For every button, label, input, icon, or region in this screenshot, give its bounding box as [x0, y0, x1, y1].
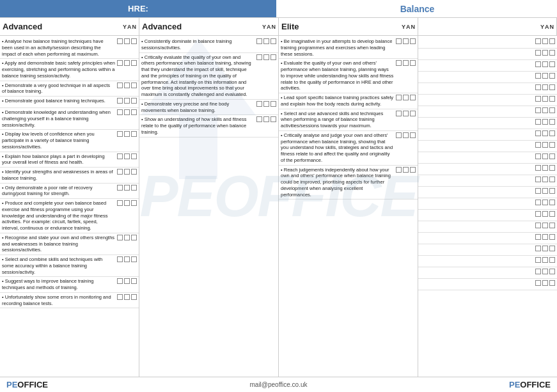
checkbox-box[interactable] [263, 38, 269, 44]
checkbox-box[interactable] [542, 257, 548, 263]
checkbox-box[interactable] [549, 246, 555, 251]
checkbox-box[interactable] [124, 185, 130, 191]
checkbox-box[interactable] [535, 280, 541, 286]
yan-boxes[interactable] [117, 82, 137, 88]
yan-boxes[interactable] [535, 280, 555, 286]
checkbox-box[interactable] [549, 38, 555, 44]
yan-boxes[interactable] [256, 116, 276, 122]
checkbox-box[interactable] [124, 256, 130, 262]
checkbox-box[interactable] [542, 50, 548, 56]
yan-boxes[interactable] [535, 96, 555, 102]
checkbox-box[interactable] [131, 60, 137, 66]
yan-boxes[interactable] [396, 60, 416, 66]
checkbox-box[interactable] [396, 167, 402, 173]
checkbox-box[interactable] [535, 107, 541, 113]
checkbox-box[interactable] [542, 61, 548, 67]
checkbox-box[interactable] [124, 235, 130, 240]
checkbox-box[interactable] [117, 60, 123, 66]
checkbox-box[interactable] [263, 101, 269, 107]
checkbox-box[interactable] [256, 101, 262, 107]
checkbox-box[interactable] [256, 38, 262, 44]
checkbox-box[interactable] [117, 278, 123, 284]
checkbox-box[interactable] [535, 269, 541, 274]
checkbox-box[interactable] [263, 54, 269, 60]
yan-boxes[interactable] [535, 246, 555, 251]
checkbox-box[interactable] [535, 84, 541, 90]
checkbox-box[interactable] [549, 142, 555, 148]
checkbox-box[interactable] [131, 98, 137, 104]
checkbox-box[interactable] [542, 269, 548, 274]
checkbox-box[interactable] [271, 116, 276, 122]
yan-boxes[interactable] [256, 101, 276, 107]
yan-boxes[interactable] [535, 38, 555, 44]
yan-boxes[interactable] [396, 111, 416, 116]
checkbox-box[interactable] [542, 176, 548, 182]
checkbox-box[interactable] [549, 188, 555, 194]
checkbox-box[interactable] [549, 269, 555, 274]
checkbox-box[interactable] [535, 142, 541, 148]
checkbox-box[interactable] [410, 132, 416, 138]
checkbox-box[interactable] [124, 169, 130, 175]
yan-boxes[interactable] [117, 200, 137, 206]
checkbox-box[interactable] [124, 82, 130, 88]
checkbox-box[interactable] [535, 73, 541, 79]
checkbox-box[interactable] [124, 60, 130, 66]
checkbox-box[interactable] [396, 95, 402, 100]
yan-boxes[interactable] [535, 234, 555, 240]
checkbox-box[interactable] [542, 119, 548, 125]
checkbox-box[interactable] [549, 280, 555, 286]
checkbox-box[interactable] [117, 153, 123, 159]
checkbox-box[interactable] [535, 211, 541, 217]
checkbox-box[interactable] [396, 60, 402, 66]
checkbox-box[interactable] [124, 278, 130, 284]
yan-boxes[interactable] [535, 142, 555, 148]
yan-boxes[interactable] [117, 169, 137, 175]
checkbox-box[interactable] [549, 50, 555, 56]
checkbox-box[interactable] [124, 294, 130, 300]
checkbox-box[interactable] [542, 223, 548, 228]
checkbox-box[interactable] [535, 165, 541, 171]
yan-boxes[interactable] [535, 84, 555, 90]
checkbox-box[interactable] [256, 54, 262, 60]
yan-boxes[interactable] [256, 54, 276, 60]
checkbox-box[interactable] [549, 165, 555, 171]
checkbox-box[interactable] [396, 111, 402, 116]
yan-boxes[interactable] [117, 60, 137, 66]
yan-boxes[interactable] [117, 153, 137, 159]
checkbox-box[interactable] [396, 132, 402, 138]
checkbox-box[interactable] [549, 223, 555, 228]
checkbox-box[interactable] [535, 61, 541, 67]
checkbox-box[interactable] [131, 278, 137, 284]
yan-boxes[interactable] [535, 50, 555, 56]
yan-boxes[interactable] [535, 165, 555, 171]
checkbox-box[interactable] [117, 131, 123, 137]
checkbox-box[interactable] [535, 176, 541, 182]
checkbox-box[interactable] [131, 169, 137, 175]
checkbox-box[interactable] [396, 38, 402, 44]
yan-boxes[interactable] [117, 278, 137, 284]
checkbox-box[interactable] [535, 50, 541, 56]
checkbox-box[interactable] [410, 111, 416, 116]
checkbox-box[interactable] [117, 169, 123, 175]
checkbox-box[interactable] [124, 200, 130, 206]
checkbox-box[interactable] [131, 153, 137, 159]
checkbox-box[interactable] [410, 60, 416, 66]
checkbox-box[interactable] [542, 280, 548, 286]
checkbox-box[interactable] [124, 38, 130, 44]
checkbox-box[interactable] [131, 82, 137, 88]
checkbox-box[interactable] [549, 61, 555, 67]
checkbox-box[interactable] [535, 96, 541, 102]
yan-boxes[interactable] [535, 257, 555, 263]
checkbox-box[interactable] [535, 200, 541, 205]
checkbox-box[interactable] [549, 107, 555, 113]
checkbox-box[interactable] [131, 256, 137, 262]
yan-boxes[interactable] [396, 132, 416, 138]
yan-boxes[interactable] [535, 200, 555, 205]
yan-boxes[interactable] [535, 223, 555, 228]
checkbox-box[interactable] [117, 38, 123, 44]
checkbox-box[interactable] [542, 234, 548, 240]
checkbox-box[interactable] [117, 200, 123, 206]
yan-boxes[interactable] [535, 61, 555, 67]
checkbox-box[interactable] [535, 38, 541, 44]
checkbox-box[interactable] [403, 132, 409, 138]
